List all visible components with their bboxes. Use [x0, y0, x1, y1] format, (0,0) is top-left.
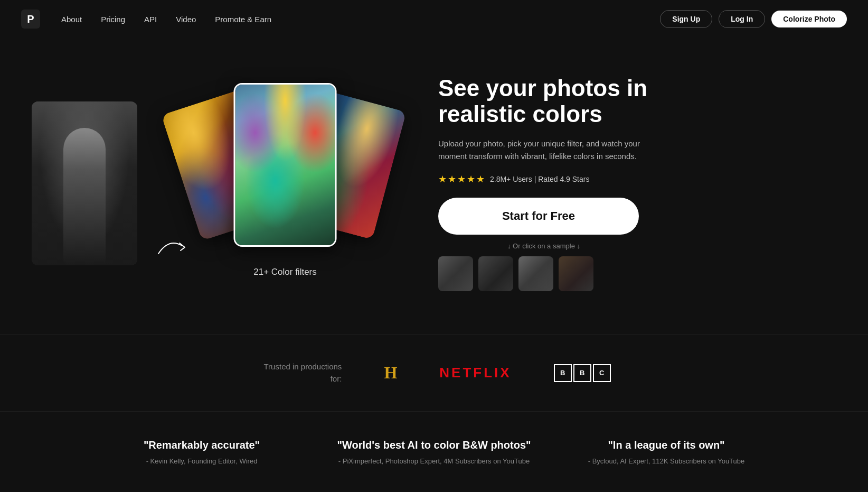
star-icons: ★★★★★ — [438, 173, 486, 185]
netflix-logo: NETFLIX — [439, 365, 511, 381]
quote-card-2: "World's best AI to color B&W photos" - … — [328, 438, 540, 465]
bw-photo — [32, 101, 137, 265]
hero-bw-photo-area — [32, 101, 148, 265]
nav-about[interactable]: About — [61, 15, 82, 24]
logo: P — [21, 10, 40, 29]
nav-promote[interactable]: Promote & Earn — [215, 15, 271, 24]
card-label: 21+ Color filters — [158, 267, 412, 277]
nav-api[interactable]: API — [144, 15, 157, 24]
bbc-logo: B B C — [554, 364, 611, 382]
hero-description: Upload your photo, pick your unique filt… — [438, 137, 649, 163]
login-button[interactable]: Log In — [719, 10, 765, 28]
hero-title: See your photos in realistic colors — [438, 76, 649, 127]
sample-thumb-4[interactable] — [559, 256, 593, 291]
nav-pricing[interactable]: Pricing — [101, 15, 125, 24]
sample-thumb-2[interactable] — [478, 256, 513, 291]
nav-video[interactable]: Video — [176, 15, 196, 24]
photo-card-center — [234, 83, 337, 247]
quote-card-3: "In a league of its own" - Bycloud, AI E… — [561, 438, 772, 465]
bbc-c: C — [593, 364, 611, 382]
nav-links: About Pricing API Video Promote & Earn — [61, 15, 660, 24]
hero-rating: ★★★★★ 2.8M+ Users | Rated 4.9 Stars — [438, 173, 649, 185]
trusted-section: Trusted in productions for: H NETFLIX B … — [0, 334, 868, 411]
quote-text-1: "Remarkably accurate" — [96, 438, 307, 452]
nav-actions: Sign Up Log In Colorize Photo — [660, 10, 847, 28]
quote-attr-2: - PiXimperfect, Photoshop Expert, 4M Sub… — [328, 457, 540, 465]
quote-attr-1: - Kevin Kelly, Founding Editor, Wired — [96, 457, 307, 465]
sample-thumbnails — [438, 256, 649, 291]
signup-button[interactable]: Sign Up — [660, 10, 712, 28]
trusted-label: Trusted in productions for: — [257, 361, 342, 385]
quotes-section: "Remarkably accurate" - Kevin Kelly, Fou… — [0, 411, 868, 492]
start-free-button[interactable]: Start for Free — [438, 198, 639, 235]
sample-thumb-1[interactable] — [438, 256, 473, 291]
hero-cta: See your photos in realistic colors Uplo… — [428, 76, 649, 291]
card-fan — [174, 83, 396, 263]
quote-card-1: "Remarkably accurate" - Kevin Kelly, Fou… — [96, 438, 307, 465]
quote-text-2: "World's best AI to color B&W photos" — [328, 438, 540, 452]
navigation: P About Pricing API Video Promote & Earn… — [0, 0, 868, 38]
hero-color-cards-area: 21+ Color filters — [158, 83, 412, 284]
bbc-b2: B — [573, 364, 591, 382]
quote-text-3: "In a league of its own" — [561, 438, 772, 452]
colorize-button[interactable]: Colorize Photo — [771, 11, 847, 27]
bbc-b1: B — [554, 364, 572, 382]
sample-thumb-3[interactable] — [518, 256, 553, 291]
quote-attr-3: - Bycloud, AI Expert, 112K Subscribers o… — [561, 457, 772, 465]
trusted-inner: Trusted in productions for: H NETFLIX B … — [32, 361, 836, 385]
photo-figure — [63, 128, 106, 265]
hero-section: 21+ Color filters See your photos in rea… — [0, 38, 868, 334]
rating-text: 2.8M+ Users | Rated 4.9 Stars — [490, 175, 589, 183]
history-channel-logo: H — [384, 363, 397, 383]
or-click-text: ↓ Or click on a sample ↓ — [438, 242, 649, 250]
